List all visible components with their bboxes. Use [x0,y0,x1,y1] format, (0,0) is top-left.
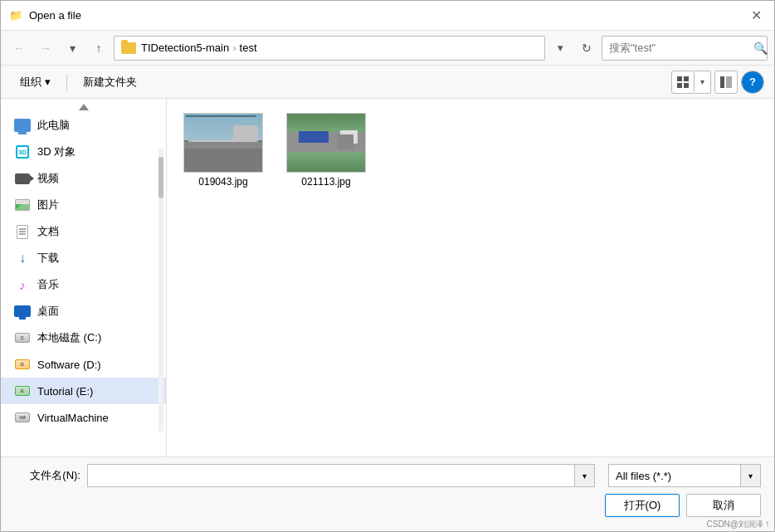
sidebar-label: 本地磁盘 (C:) [37,330,101,345]
pane-button[interactable] [714,71,738,94]
sidebar-label: Software (D:) [37,359,101,371]
file-name-1: 019043.jpg [198,176,247,188]
button-row: 打开(O) 取消 [14,494,761,517]
drive-vm-icon: VM [14,411,31,424]
file-thumbnail-1: 2020-06-21 17:06:08 [183,113,263,173]
sidebar-label: 视频 [37,171,59,186]
svg-rect-5 [726,76,732,88]
open-file-dialog: 📁 Open a file ✕ ← → ▾ ↑ TIDetection5-mai… [0,0,775,532]
up-button[interactable]: ↑ [87,37,110,60]
path-box[interactable]: TIDetection5-main › test [114,36,545,61]
scrollbar-up[interactable] [1,102,166,112]
scroll-thumb[interactable] [158,157,163,198]
new-folder-button[interactable]: 新建文件夹 [74,71,146,94]
pictures-icon [14,198,31,212]
drive-e-icon: E [14,384,31,398]
search-box: 🔍 [602,36,768,61]
sidebar-item-desktop[interactable]: 桌面 [1,298,166,325]
watermark: CSDN@刘润泽！ [707,519,773,530]
file-item-021113[interactable]: 2020-06-21 17:08:42 021113.jpg [276,105,376,195]
open-button[interactable]: 打开(O) [605,494,680,517]
file-item-019043[interactable]: 2020-06-21 17:06:08 019043.jpg [173,105,273,195]
cancel-label: 取消 [713,498,734,513]
filename-label: 文件名(N): [14,468,80,483]
title-icon: 📁 [9,9,22,22]
sidebar-label: 图片 [37,198,59,212]
path-dropdown-button[interactable]: ▾ [548,37,572,60]
download-icon: ↓ [14,251,31,265]
filename-dropdown[interactable]: ▾ [575,464,595,487]
sidebar-item-3d[interactable]: 3D 3D 对象 [1,139,166,165]
search-input[interactable] [609,41,748,54]
sidebar-item-this-pc[interactable]: 此电脑 [1,112,166,139]
sidebar-item-local-c[interactable]: C 本地磁盘 (C:) [1,325,166,351]
file-area: 2020-06-21 17:06:08 019043.jpg 2020-06-2 [167,99,774,456]
filename-row: 文件名(N): ▾ All files (*.*) ▾ [14,464,761,487]
scroll-track [158,149,163,432]
toolbar-separator [66,74,67,90]
title-bar: 📁 Open a file ✕ [1,1,774,31]
sidebar-label: 3D 对象 [37,144,76,159]
sidebar-item-virtual[interactable]: VM VirtualMachine [1,404,166,431]
folder-icon [121,42,136,54]
address-bar: ← → ▾ ↑ TIDetection5-main › test ▾ ↻ 🔍 [1,31,774,66]
svg-rect-0 [677,76,682,81]
3d-icon: 3D [14,145,31,159]
file-name-2: 021113.jpg [301,176,350,188]
pc-icon [14,119,31,132]
view-dropdown-button[interactable]: ▾ [695,71,711,94]
file-thumbnail-2: 2020-06-21 17:08:42 [286,113,366,173]
svg-rect-2 [677,83,682,88]
help-button[interactable]: ? [741,71,764,94]
sidebar-label: 文档 [37,224,59,239]
pane-icon [720,76,732,88]
sidebar-item-software-d[interactable]: D Software (D:) [1,351,166,378]
svg-marker-6 [79,104,89,110]
toolbar-right: ▾ ? [671,71,764,94]
back-button[interactable]: ← [7,37,31,60]
sidebar-label: VirtualMachine [37,412,109,424]
sidebar-item-music[interactable]: ♪ 音乐 [1,271,166,298]
sidebar-label: 下载 [37,251,59,266]
thumbnail-road: 2020-06-21 17:08:42 [287,114,365,172]
view-button[interactable] [671,71,695,94]
sidebar-item-documents[interactable]: 文档 [1,218,166,245]
path-separator-1: › [232,41,236,54]
filetype-label: All files (*.*) [616,470,671,482]
main-area: 此电脑 3D 3D 对象 视频 图片 [1,99,774,456]
dialog-title: Open a file [29,9,746,22]
search-icon: 🔍 [753,41,768,55]
sidebar: 此电脑 3D 3D 对象 视频 图片 [1,99,167,456]
sidebar-label: 音乐 [37,277,59,292]
sidebar-item-pictures[interactable]: 图片 [1,192,166,218]
path-text: TIDetection5-main › test [141,41,257,54]
organize-button[interactable]: 组织 ▾ [11,71,60,94]
path-part-1: TIDetection5-main [141,41,229,54]
drive-d-icon: D [14,358,31,371]
filetype-box: All files (*.*) [608,464,741,487]
sidebar-item-tutorial-e[interactable]: E Tutorial (E:) [1,378,166,404]
filename-input[interactable] [87,464,575,487]
video-icon [14,172,31,185]
organize-label: 组织 [20,75,41,90]
new-folder-label: 新建文件夹 [83,75,137,90]
sidebar-item-downloads[interactable]: ↓ 下载 [1,245,166,271]
thumbnail-airport: 2020-06-21 17:06:08 [184,114,262,172]
cancel-button[interactable]: 取消 [686,494,761,517]
refresh-button[interactable]: ↻ [575,37,598,60]
organize-arrow: ▾ [45,76,51,88]
toolbar: 组织 ▾ 新建文件夹 ▾ [1,66,774,99]
doc-icon [14,225,31,238]
sidebar-label: 桌面 [37,304,59,319]
close-button[interactable]: ✕ [746,6,766,26]
svg-rect-3 [684,83,689,88]
bottom-bar: 文件名(N): ▾ All files (*.*) ▾ 打开(O) 取消 [1,456,774,531]
sidebar-item-videos[interactable]: 视频 [1,165,166,192]
forward-button[interactable]: → [34,37,57,60]
music-icon: ♪ [14,278,31,291]
filetype-dropdown[interactable]: ▾ [741,464,761,487]
sidebar-label: Tutorial (E:) [37,385,93,398]
svg-rect-1 [684,76,689,81]
dropdown-button[interactable]: ▾ [61,37,84,60]
open-label: 打开(O) [624,498,661,513]
